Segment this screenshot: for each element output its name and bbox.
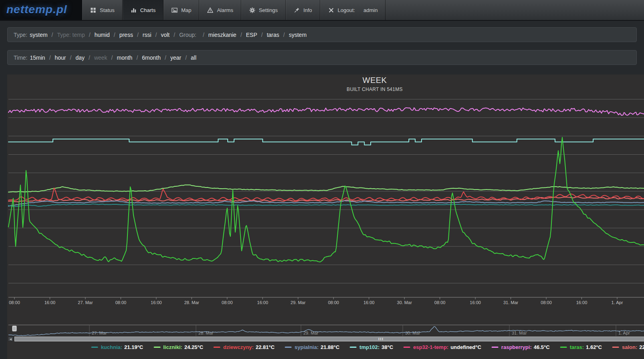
filter-item-taras[interactable]: taras (267, 32, 279, 38)
legend-series-name: dziewczyny: (223, 344, 254, 350)
legend-series-name: kuchnia: (101, 344, 122, 350)
legend-series-value: 46.5°C (534, 344, 550, 350)
scrollbar-left-button[interactable] (8, 337, 13, 341)
nav-item-label: Alarms (217, 7, 233, 13)
filter-item-all[interactable]: all (191, 54, 196, 61)
separator: / (114, 32, 115, 38)
x-tick-label: 08:00 (434, 300, 446, 305)
separator: / (137, 32, 139, 38)
legend-series-name: liczniki: (163, 344, 182, 350)
x-tick-label: 16:00 (363, 300, 375, 305)
chart-subtitle: BUILT CHART IN 541MS (347, 87, 403, 92)
chart-legend: kuchnia:21.19°Cliczniki:24.25°Cdziewczyn… (86, 343, 644, 350)
filter-item-rssi[interactable]: rssi (143, 32, 151, 38)
separator: / (203, 32, 204, 38)
navigator-date-label: 30. Mar (405, 331, 420, 335)
filter-item-month[interactable]: month (117, 54, 132, 61)
legend-marker (612, 347, 619, 348)
legend-item-raspberrypi[interactable]: raspberrypi:46.5°C (492, 344, 550, 350)
chart-title: WEEK (363, 76, 387, 85)
x-tick-label: 16:00 (151, 300, 162, 305)
x-tick-label: 08:00 (541, 300, 552, 305)
nav-item-settings[interactable]: Settings (241, 0, 286, 20)
legend-item-sypialnia[interactable]: sypialnia:21.88°C (285, 344, 339, 350)
filter-item-day[interactable]: day (75, 54, 85, 61)
navigator-handle[interactable] (12, 326, 17, 331)
image-icon (172, 7, 178, 13)
nav-item-info[interactable]: Info (286, 0, 320, 20)
nav-item-logout[interactable]: Logout:admin (320, 0, 386, 20)
legend-item-kuchnia[interactable]: kuchnia:21.19°C (91, 344, 143, 350)
legend-item-dziewczyny[interactable]: dziewczyny:22.81°C (214, 344, 275, 350)
legend-marker (153, 347, 160, 348)
filter-item-hour[interactable]: hour (55, 54, 66, 61)
series-tmp102 (8, 139, 644, 145)
bar-chart-icon (131, 7, 137, 13)
x-tick-label: 16:00 (257, 300, 269, 305)
nav-item-map[interactable]: Map (164, 0, 199, 20)
filter-item-6month[interactable]: 6month (142, 54, 161, 61)
nav-item-label: Map (181, 7, 191, 13)
legend-series-name: sypialnia: (295, 344, 319, 350)
legend-series-name: tmp102: (359, 344, 380, 350)
x-tick-label: 16:00 (470, 300, 481, 305)
filter-item-press[interactable]: press (119, 32, 133, 38)
scrollbar-grip[interactable]: III (378, 337, 384, 341)
series-sypialnia (8, 201, 644, 206)
nav-item-charts[interactable]: Charts (123, 0, 164, 20)
nav-item-alarms[interactable]: Alarms (199, 0, 241, 20)
x-tick-label: 28. Mar (184, 300, 200, 305)
x-tick-label: 29. Mar (291, 300, 306, 305)
separator: / (155, 32, 157, 38)
navigator-date-label: 29. Mar (303, 331, 319, 335)
separator: / (49, 54, 51, 61)
filter-item-humid[interactable]: humid (95, 32, 110, 38)
legend-marker (492, 347, 499, 348)
separator: / (283, 32, 285, 38)
nav-item-label: Status (100, 7, 115, 13)
app-logo[interactable]: nettemp.pl (0, 0, 82, 20)
x-tick-label: 08:00 (222, 300, 233, 305)
legend-series-value: 21.19°C (124, 344, 143, 350)
nav-item-label: Settings (259, 7, 278, 13)
filter-item-system[interactable]: system (289, 32, 307, 38)
legend-series-value: 22.44°C (639, 344, 644, 350)
x-tick-label: 08:00 (9, 300, 20, 305)
separator: / (52, 32, 53, 38)
scrollbar-thumb[interactable] (14, 337, 644, 341)
x-tick-label: 08:00 (328, 300, 339, 305)
filter-item-type: Type: (14, 32, 27, 38)
warning-icon (207, 7, 213, 13)
separator: / (136, 54, 138, 61)
filter-item-volt[interactable]: volt (161, 32, 170, 38)
separator: / (89, 54, 90, 61)
separator: / (185, 54, 187, 61)
legend-item-esp32-1-temp[interactable]: esp32-1-temp:undefined°C (404, 344, 481, 350)
filter-item-esp[interactable]: ESP (246, 32, 257, 38)
series-raspberrypi (8, 108, 644, 115)
legend-series-value: 22.81°C (256, 344, 275, 350)
legend-item-taras[interactable]: taras:1.62°C (560, 344, 602, 350)
separator: / (89, 32, 91, 38)
pin-icon (294, 7, 300, 13)
legend-item-tmp102[interactable]: tmp102:38°C (350, 344, 393, 350)
series-kuchnia (8, 204, 644, 207)
filter-item-system[interactable]: system (30, 32, 47, 38)
x-tick-label: 16:00 (44, 300, 56, 305)
separator: / (174, 32, 175, 38)
x-tick-label: 08:00 (115, 300, 127, 305)
separator: / (240, 32, 242, 38)
legend-item-salon[interactable]: salon:22.44°C (612, 344, 644, 350)
filter-item-mieszkanie[interactable]: mieszkanie (208, 32, 236, 38)
filter-item-type-temp: Type: temp (57, 32, 85, 38)
filter-item-15min[interactable]: 15min (30, 54, 45, 61)
filter-item-year[interactable]: year (170, 54, 181, 61)
nav-user: admin (363, 7, 378, 13)
legend-series-value: undefined°C (450, 344, 481, 350)
legend-item-liczniki[interactable]: liczniki:24.25°C (153, 344, 203, 350)
nav-item-label: Logout: (338, 7, 355, 13)
legend-series-name: taras: (570, 344, 584, 350)
grid-icon (90, 7, 96, 13)
legend-series-value: 24.25°C (184, 344, 203, 350)
nav-item-status[interactable]: Status (82, 0, 123, 20)
